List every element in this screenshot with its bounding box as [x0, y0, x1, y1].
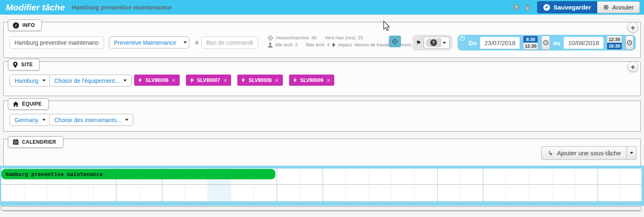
chevron-down-icon: [42, 80, 46, 82]
gantt-day-gridline: [506, 169, 507, 201]
remove-tag-icon[interactable]: ×: [223, 77, 227, 83]
task-name-input[interactable]: [10, 36, 104, 49]
cancel-circle-x-icon: ⊗: [603, 4, 609, 11]
gantt-task-bar[interactable]: Hamburg preventive maintenance: [1, 169, 275, 179]
gantt-week-gridline: [598, 169, 598, 201]
bolt-icon: [138, 77, 142, 83]
chevron-down-icon: [443, 42, 446, 44]
members-dropdown[interactable]: Choisir des intervenants...: [49, 114, 133, 126]
header-bar: Modifier tâche Hamburg preventive mainte…: [0, 0, 644, 15]
tab-site-label: SITE: [21, 62, 33, 68]
site-location-label: Hamburg: [14, 77, 39, 84]
chevron-down-icon: [123, 80, 127, 82]
remove-tag-icon[interactable]: ×: [275, 77, 279, 83]
rotor-toggle-button[interactable]: [389, 36, 401, 47]
gantt-day-gridline: [414, 169, 415, 201]
save-button[interactable]: ✔ Sauvegarder: [537, 1, 597, 13]
equipment-tag[interactable]: SLV90006 ×: [134, 75, 180, 86]
tab-calendar-label: CALENDRIER: [22, 139, 56, 145]
end-time-option[interactable]: 12:30: [607, 36, 621, 43]
help-icon[interactable]: ?: [513, 4, 520, 11]
wind-max-label: Vent max (m/s): [325, 35, 355, 41]
min-tech-label: Min tech: [275, 42, 293, 48]
end-date-input[interactable]: [564, 37, 603, 49]
trash-icon[interactable]: [525, 4, 531, 11]
remove-tag-icon[interactable]: ×: [327, 77, 330, 83]
cancel-button-label: Annuler: [612, 4, 634, 11]
save-button-label: Sauvegarder: [553, 4, 591, 11]
team-country-label: Germany: [14, 117, 39, 123]
site-location-dropdown[interactable]: Hamburg: [10, 75, 51, 87]
wind-max-value: 25: [358, 35, 363, 41]
equipment-tags: SLV90006 × SLV90007 × SLV90008 × SLV9000…: [134, 75, 334, 86]
check-circle-icon: ✔: [543, 4, 550, 11]
max-tech-label: Max tech: [306, 42, 325, 48]
tab-team-label: ÉQUIPE: [22, 101, 42, 107]
bolt-icon: [190, 77, 194, 83]
equipment-tag[interactable]: SLV90008 ×: [237, 75, 283, 86]
min-tech-value: 2: [295, 42, 298, 48]
cancel-button[interactable]: ⊗ Annuler: [597, 1, 640, 13]
gantt-day-gridline: [299, 169, 300, 201]
gantt-day-gridline: [621, 169, 621, 201]
max-tech-value: 4: [327, 42, 329, 48]
impact-value: Heures de travail seulement: [354, 42, 411, 48]
members-placeholder: Choisir des intervenants...: [54, 117, 121, 123]
purchase-order-input[interactable]: [201, 36, 258, 49]
section-info: i INFO + Preventive Maintenance # Heures…: [3, 22, 641, 58]
gantt-day-gridline: [529, 169, 529, 201]
clock-icon: [460, 36, 465, 41]
gantt-day-gridline: [460, 169, 461, 201]
section-site: SITE + Hamburg Choisir de l'équipement..…: [3, 61, 641, 96]
machine-hours-value: 40: [311, 35, 316, 41]
site-add-button[interactable]: +: [627, 61, 638, 72]
end-time-option-selected[interactable]: 16:30: [607, 43, 621, 49]
gantt-week-gridline: [323, 169, 323, 201]
chevron-down-icon: [125, 119, 128, 121]
equipment-placeholder: Choisir de l'équipement...: [54, 77, 120, 84]
page-title: Modifier tâche: [6, 2, 65, 12]
home-icon: [13, 101, 19, 107]
hash-label: #: [195, 39, 198, 46]
bolt-icon: [241, 77, 245, 83]
equipment-tag[interactable]: SLV90009 ×: [289, 75, 335, 86]
start-time-option-selected[interactable]: 8:30: [523, 36, 538, 43]
chevron-down-icon: [183, 41, 187, 43]
add-subtask-label: Ajouter une sous-tâche: [557, 149, 621, 157]
team-country-dropdown[interactable]: Germany: [10, 114, 51, 126]
gantt-row-divider: [1, 184, 642, 185]
start-date-input[interactable]: [480, 37, 520, 49]
gantt-chart[interactable]: Hamburg preventive maintenance: [1, 169, 642, 201]
equipment-tag[interactable]: SLV90007 ×: [186, 75, 232, 86]
person-icon: [268, 42, 273, 48]
impact-label: Impact: [338, 42, 352, 48]
equipment-tag-label: SLV90009: [300, 77, 323, 83]
gantt-task-bar-label: Hamburg preventive maintenance: [5, 171, 103, 177]
start-time-option[interactable]: 12:30: [523, 43, 538, 49]
clock-icon: [627, 40, 632, 46]
tab-team: ÉQUIPE: [8, 98, 49, 110]
task-type-dropdown[interactable]: Preventive Maintenance: [109, 36, 189, 48]
gantt-week-gridline: [437, 169, 438, 201]
mouse-cursor: [383, 21, 391, 31]
remove-tag-icon[interactable]: ×: [172, 77, 176, 83]
tab-site: SITE: [8, 59, 40, 70]
info-add-button[interactable]: +: [627, 22, 638, 33]
gantt-day-gridline: [391, 169, 392, 201]
chevron-down-icon: [630, 152, 633, 154]
calendar-icon: [13, 139, 19, 145]
gantt-horizontal-scrollbar[interactable]: [1, 206, 642, 211]
add-subtask-button[interactable]: ↳ Ajouter une sous-tâche: [541, 146, 627, 160]
gantt-week-gridline: [277, 169, 277, 201]
equipment-tag-label: SLV90008: [248, 77, 272, 83]
start-time-clock-button[interactable]: [541, 36, 550, 50]
add-subtask-split-button: ↳ Ajouter une sous-tâche: [541, 146, 637, 160]
gantt-frame: Hamburg preventive maintenance: [0, 166, 644, 206]
task-subtitle: Hamburg preventive maintenance: [72, 4, 171, 11]
end-time-clock-button[interactable]: [625, 36, 634, 50]
equipment-dropdown[interactable]: Choisir de l'équipement...: [49, 75, 132, 87]
equipment-tag-label: SLV90006: [145, 77, 169, 83]
priority-dropdown[interactable]: ?: [424, 36, 450, 49]
rotor-diamond-icon: [268, 35, 273, 41]
add-subtask-caret-button[interactable]: [627, 146, 637, 160]
